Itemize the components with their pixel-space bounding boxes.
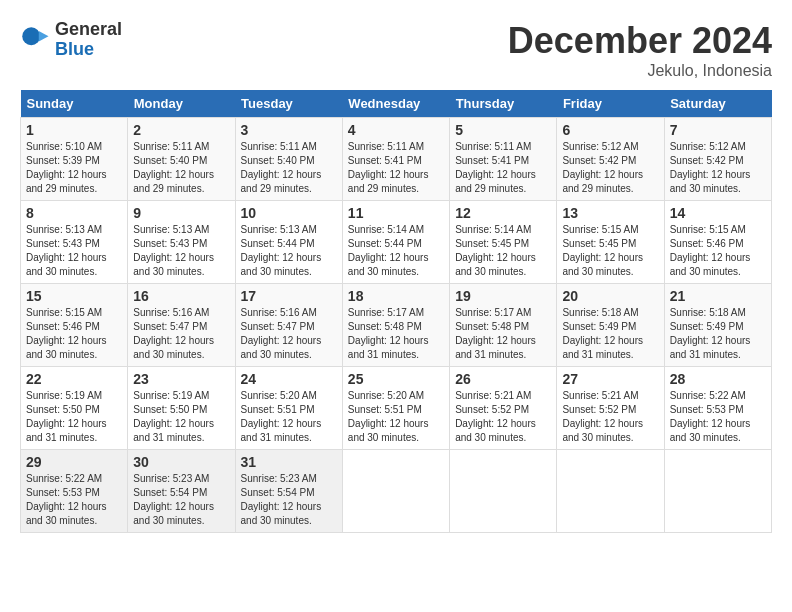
day-number: 17 bbox=[241, 288, 337, 304]
calendar-week-3: 15 Sunrise: 5:15 AM Sunset: 5:46 PM Dayl… bbox=[21, 284, 772, 367]
day-number: 13 bbox=[562, 205, 658, 221]
day-number: 1 bbox=[26, 122, 122, 138]
day-info: Sunrise: 5:21 AM Sunset: 5:52 PM Dayligh… bbox=[562, 389, 658, 445]
day-number: 8 bbox=[26, 205, 122, 221]
day-number: 11 bbox=[348, 205, 444, 221]
calendar-cell: 15 Sunrise: 5:15 AM Sunset: 5:46 PM Dayl… bbox=[21, 284, 128, 367]
weekday-header-friday: Friday bbox=[557, 90, 664, 118]
calendar-cell: 6 Sunrise: 5:12 AM Sunset: 5:42 PM Dayli… bbox=[557, 118, 664, 201]
day-number: 16 bbox=[133, 288, 229, 304]
day-info: Sunrise: 5:19 AM Sunset: 5:50 PM Dayligh… bbox=[133, 389, 229, 445]
day-number: 21 bbox=[670, 288, 766, 304]
day-info: Sunrise: 5:13 AM Sunset: 5:44 PM Dayligh… bbox=[241, 223, 337, 279]
day-number: 20 bbox=[562, 288, 658, 304]
calendar-cell: 17 Sunrise: 5:16 AM Sunset: 5:47 PM Dayl… bbox=[235, 284, 342, 367]
day-number: 15 bbox=[26, 288, 122, 304]
weekday-header-thursday: Thursday bbox=[450, 90, 557, 118]
day-info: Sunrise: 5:17 AM Sunset: 5:48 PM Dayligh… bbox=[455, 306, 551, 362]
location: Jekulo, Indonesia bbox=[508, 62, 772, 80]
day-info: Sunrise: 5:11 AM Sunset: 5:40 PM Dayligh… bbox=[241, 140, 337, 196]
month-title: December 2024 bbox=[508, 20, 772, 62]
calendar-cell: 19 Sunrise: 5:17 AM Sunset: 5:48 PM Dayl… bbox=[450, 284, 557, 367]
day-info: Sunrise: 5:13 AM Sunset: 5:43 PM Dayligh… bbox=[26, 223, 122, 279]
calendar-cell: 2 Sunrise: 5:11 AM Sunset: 5:40 PM Dayli… bbox=[128, 118, 235, 201]
calendar-cell: 3 Sunrise: 5:11 AM Sunset: 5:40 PM Dayli… bbox=[235, 118, 342, 201]
day-info: Sunrise: 5:13 AM Sunset: 5:43 PM Dayligh… bbox=[133, 223, 229, 279]
day-number: 18 bbox=[348, 288, 444, 304]
logo-icon bbox=[20, 25, 50, 55]
day-info: Sunrise: 5:11 AM Sunset: 5:40 PM Dayligh… bbox=[133, 140, 229, 196]
calendar-cell: 10 Sunrise: 5:13 AM Sunset: 5:44 PM Dayl… bbox=[235, 201, 342, 284]
calendar-cell: 29 Sunrise: 5:22 AM Sunset: 5:53 PM Dayl… bbox=[21, 450, 128, 533]
day-info: Sunrise: 5:15 AM Sunset: 5:46 PM Dayligh… bbox=[26, 306, 122, 362]
day-info: Sunrise: 5:18 AM Sunset: 5:49 PM Dayligh… bbox=[670, 306, 766, 362]
logo-blue: Blue bbox=[55, 40, 122, 60]
logo: General Blue bbox=[20, 20, 122, 60]
calendar-cell: 13 Sunrise: 5:15 AM Sunset: 5:45 PM Dayl… bbox=[557, 201, 664, 284]
day-info: Sunrise: 5:15 AM Sunset: 5:46 PM Dayligh… bbox=[670, 223, 766, 279]
calendar-cell: 26 Sunrise: 5:21 AM Sunset: 5:52 PM Dayl… bbox=[450, 367, 557, 450]
calendar-cell: 12 Sunrise: 5:14 AM Sunset: 5:45 PM Dayl… bbox=[450, 201, 557, 284]
day-number: 30 bbox=[133, 454, 229, 470]
svg-marker-1 bbox=[39, 31, 49, 42]
calendar-week-1: 1 Sunrise: 5:10 AM Sunset: 5:39 PM Dayli… bbox=[21, 118, 772, 201]
weekday-header-wednesday: Wednesday bbox=[342, 90, 449, 118]
calendar-cell: 23 Sunrise: 5:19 AM Sunset: 5:50 PM Dayl… bbox=[128, 367, 235, 450]
day-number: 31 bbox=[241, 454, 337, 470]
calendar-cell bbox=[557, 450, 664, 533]
weekday-header-monday: Monday bbox=[128, 90, 235, 118]
day-info: Sunrise: 5:22 AM Sunset: 5:53 PM Dayligh… bbox=[26, 472, 122, 528]
calendar-week-5: 29 Sunrise: 5:22 AM Sunset: 5:53 PM Dayl… bbox=[21, 450, 772, 533]
calendar-cell: 31 Sunrise: 5:23 AM Sunset: 5:54 PM Dayl… bbox=[235, 450, 342, 533]
calendar-cell: 11 Sunrise: 5:14 AM Sunset: 5:44 PM Dayl… bbox=[342, 201, 449, 284]
day-info: Sunrise: 5:14 AM Sunset: 5:44 PM Dayligh… bbox=[348, 223, 444, 279]
day-number: 5 bbox=[455, 122, 551, 138]
day-number: 25 bbox=[348, 371, 444, 387]
weekday-header-saturday: Saturday bbox=[664, 90, 771, 118]
day-number: 19 bbox=[455, 288, 551, 304]
day-number: 28 bbox=[670, 371, 766, 387]
day-number: 9 bbox=[133, 205, 229, 221]
day-number: 6 bbox=[562, 122, 658, 138]
day-info: Sunrise: 5:12 AM Sunset: 5:42 PM Dayligh… bbox=[562, 140, 658, 196]
day-number: 2 bbox=[133, 122, 229, 138]
svg-point-0 bbox=[22, 27, 40, 45]
page-header: General Blue December 2024 Jekulo, Indon… bbox=[20, 20, 772, 80]
day-info: Sunrise: 5:12 AM Sunset: 5:42 PM Dayligh… bbox=[670, 140, 766, 196]
day-info: Sunrise: 5:14 AM Sunset: 5:45 PM Dayligh… bbox=[455, 223, 551, 279]
calendar-week-4: 22 Sunrise: 5:19 AM Sunset: 5:50 PM Dayl… bbox=[21, 367, 772, 450]
calendar-cell: 16 Sunrise: 5:16 AM Sunset: 5:47 PM Dayl… bbox=[128, 284, 235, 367]
day-info: Sunrise: 5:11 AM Sunset: 5:41 PM Dayligh… bbox=[455, 140, 551, 196]
day-info: Sunrise: 5:15 AM Sunset: 5:45 PM Dayligh… bbox=[562, 223, 658, 279]
calendar-cell: 18 Sunrise: 5:17 AM Sunset: 5:48 PM Dayl… bbox=[342, 284, 449, 367]
day-info: Sunrise: 5:20 AM Sunset: 5:51 PM Dayligh… bbox=[348, 389, 444, 445]
day-number: 3 bbox=[241, 122, 337, 138]
day-info: Sunrise: 5:23 AM Sunset: 5:54 PM Dayligh… bbox=[241, 472, 337, 528]
calendar-cell: 14 Sunrise: 5:15 AM Sunset: 5:46 PM Dayl… bbox=[664, 201, 771, 284]
calendar-cell bbox=[450, 450, 557, 533]
day-info: Sunrise: 5:22 AM Sunset: 5:53 PM Dayligh… bbox=[670, 389, 766, 445]
day-info: Sunrise: 5:20 AM Sunset: 5:51 PM Dayligh… bbox=[241, 389, 337, 445]
weekday-header-tuesday: Tuesday bbox=[235, 90, 342, 118]
calendar-cell: 27 Sunrise: 5:21 AM Sunset: 5:52 PM Dayl… bbox=[557, 367, 664, 450]
day-number: 29 bbox=[26, 454, 122, 470]
logo-general: General bbox=[55, 20, 122, 40]
day-number: 22 bbox=[26, 371, 122, 387]
day-info: Sunrise: 5:11 AM Sunset: 5:41 PM Dayligh… bbox=[348, 140, 444, 196]
calendar-cell bbox=[664, 450, 771, 533]
calendar-table: SundayMondayTuesdayWednesdayThursdayFrid… bbox=[20, 90, 772, 533]
calendar-cell: 25 Sunrise: 5:20 AM Sunset: 5:51 PM Dayl… bbox=[342, 367, 449, 450]
day-info: Sunrise: 5:19 AM Sunset: 5:50 PM Dayligh… bbox=[26, 389, 122, 445]
day-info: Sunrise: 5:10 AM Sunset: 5:39 PM Dayligh… bbox=[26, 140, 122, 196]
calendar-cell: 9 Sunrise: 5:13 AM Sunset: 5:43 PM Dayli… bbox=[128, 201, 235, 284]
day-info: Sunrise: 5:21 AM Sunset: 5:52 PM Dayligh… bbox=[455, 389, 551, 445]
calendar-cell: 4 Sunrise: 5:11 AM Sunset: 5:41 PM Dayli… bbox=[342, 118, 449, 201]
calendar-cell bbox=[342, 450, 449, 533]
day-info: Sunrise: 5:16 AM Sunset: 5:47 PM Dayligh… bbox=[133, 306, 229, 362]
calendar-cell: 22 Sunrise: 5:19 AM Sunset: 5:50 PM Dayl… bbox=[21, 367, 128, 450]
weekday-header-sunday: Sunday bbox=[21, 90, 128, 118]
day-info: Sunrise: 5:16 AM Sunset: 5:47 PM Dayligh… bbox=[241, 306, 337, 362]
logo-text: General Blue bbox=[55, 20, 122, 60]
day-number: 24 bbox=[241, 371, 337, 387]
calendar-cell: 21 Sunrise: 5:18 AM Sunset: 5:49 PM Dayl… bbox=[664, 284, 771, 367]
